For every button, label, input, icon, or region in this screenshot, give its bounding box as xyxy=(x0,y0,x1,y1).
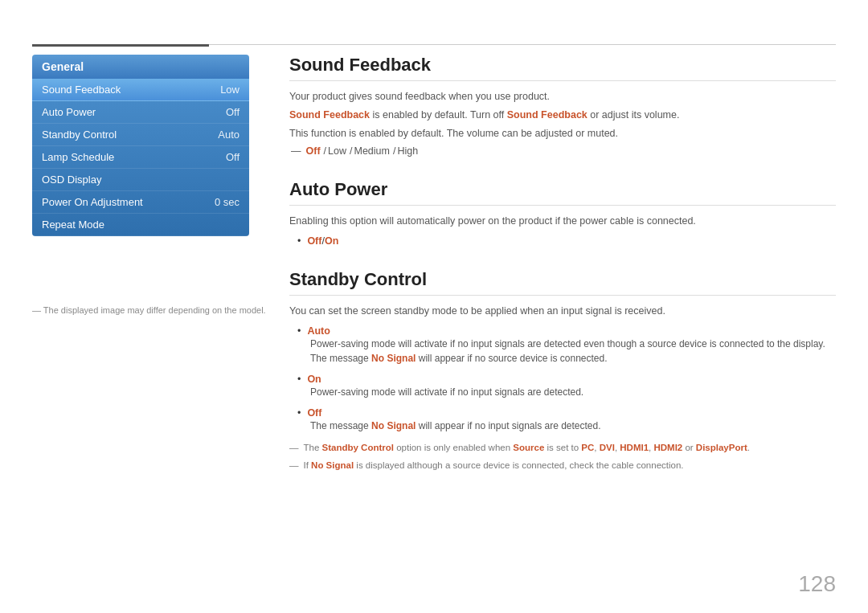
sidebar-item-label-auto-power: Auto Power xyxy=(42,106,96,118)
sidebar-item-repeat-mode[interactable]: Repeat Mode xyxy=(32,214,249,236)
section-standby-control: Standby Control You can set the screen s… xyxy=(289,269,836,472)
sidebar-item-label-standby-control: Standby Control xyxy=(42,129,117,141)
standby-bullet-off: Off The message No Signal will appear if… xyxy=(297,407,836,433)
sidebar-item-label-osd-display: OSD Display xyxy=(42,174,101,186)
sidebar-item-auto-power[interactable]: Auto Power Off xyxy=(32,101,249,124)
sound-feedback-highlight2: Sound Feedback xyxy=(507,109,588,121)
standby-auto-body: Power-saving mode will activate if no in… xyxy=(310,337,836,366)
auto-power-bullet-off: Off / On xyxy=(297,235,836,247)
sidebar-item-label-repeat-mode: Repeat Mode xyxy=(42,219,104,231)
standby-note2: If No Signal is displayed although a sou… xyxy=(289,459,836,472)
sidebar-item-value-auto-power: Off xyxy=(226,106,240,118)
standby-on-name: On xyxy=(307,374,321,385)
sound-feedback-options: Off / Low / Medium / High xyxy=(289,145,836,157)
auto-power-bullet-off-header: Off / On xyxy=(297,235,836,247)
sidebar-item-label-lamp-schedule: Lamp Schedule xyxy=(42,151,114,163)
sound-feedback-desc2: Sound Feedback is enabled by default. Tu… xyxy=(289,108,836,123)
standby-note1: The Standby Control option is only enabl… xyxy=(289,441,836,454)
sound-feedback-opt-low: Low xyxy=(328,145,346,157)
sidebar-item-osd-display[interactable]: OSD Display xyxy=(32,169,249,191)
section-title-auto-power: Auto Power xyxy=(289,179,836,206)
standby-off-no-signal: No Signal xyxy=(371,420,416,431)
standby-bullet-on: On Power-saving mode will activate if no… xyxy=(297,374,836,399)
sidebar-item-label-sound-feedback: Sound Feedback xyxy=(42,84,121,96)
standby-auto-no-signal: No Signal xyxy=(371,353,416,364)
sidebar-item-value-lamp-schedule: Off xyxy=(226,151,240,163)
standby-on-body: Power-saving mode will activate if no in… xyxy=(310,385,836,399)
sidebar-item-lamp-schedule[interactable]: Lamp Schedule Off xyxy=(32,146,249,169)
sound-feedback-highlight1: Sound Feedback xyxy=(289,109,370,121)
sound-feedback-text1: is enabled by default. Turn off xyxy=(373,109,507,121)
standby-off-body: The message No Signal will appear if no … xyxy=(310,419,836,433)
sidebar-item-value-sound-feedback: Low xyxy=(220,84,240,96)
standby-auto-name: Auto xyxy=(307,325,330,337)
sidebar-panel: General Sound Feedback Low Auto Power Of… xyxy=(32,55,249,236)
section-title-standby-control: Standby Control xyxy=(289,269,836,296)
sidebar-note: ― The displayed image may differ dependi… xyxy=(32,305,266,315)
standby-bullet-off-header: Off xyxy=(297,407,836,419)
sidebar-item-standby-control[interactable]: Standby Control Auto xyxy=(32,124,249,146)
auto-power-desc1: Enabling this option will automatically … xyxy=(289,214,836,229)
standby-bullet-on-header: On xyxy=(297,374,836,385)
sound-feedback-desc3: This function is enabled by default. The… xyxy=(289,126,836,141)
top-bar-accent xyxy=(32,44,209,47)
section-auto-power: Auto Power Enabling this option will aut… xyxy=(289,179,836,247)
sound-feedback-opt-high: High xyxy=(397,145,418,157)
standby-desc1: You can set the screen standby mode to b… xyxy=(289,304,836,319)
auto-power-on-name: On xyxy=(325,235,338,247)
main-content: Sound Feedback Your product gives sound … xyxy=(289,55,836,581)
page-number: 128 xyxy=(798,571,836,597)
sidebar-items-list: Sound Feedback Low Auto Power Off Standb… xyxy=(32,79,249,236)
sidebar-item-label-power-on-adjustment: Power On Adjustment xyxy=(42,196,143,208)
sidebar-item-value-standby-control: Auto xyxy=(218,129,240,141)
sidebar-item-sound-feedback[interactable]: Sound Feedback Low xyxy=(32,79,249,101)
standby-bullets: Auto Power-saving mode will activate if … xyxy=(289,325,836,433)
standby-bullet-auto: Auto Power-saving mode will activate if … xyxy=(297,325,836,366)
sidebar-item-power-on-adjustment[interactable]: Power On Adjustment 0 sec xyxy=(32,191,249,214)
sidebar-header: General xyxy=(32,55,249,79)
standby-off-name: Off xyxy=(307,407,321,419)
sound-feedback-opt-medium: Medium xyxy=(354,145,389,157)
sound-feedback-opt-off: Off xyxy=(306,145,321,157)
sidebar-item-value-power-on-adjustment: 0 sec xyxy=(215,196,240,208)
standby-note2-text: If No Signal is displayed although a sou… xyxy=(304,459,684,472)
section-sound-feedback: Sound Feedback Your product gives sound … xyxy=(289,55,836,157)
standby-note1-text: The Standby Control option is only enabl… xyxy=(304,441,750,454)
standby-bullet-auto-header: Auto xyxy=(297,325,836,337)
auto-power-bullets: Off / On xyxy=(289,235,836,247)
sound-feedback-desc1: Your product gives sound feedback when y… xyxy=(289,89,836,104)
auto-power-off-name: Off xyxy=(307,235,321,247)
sound-feedback-text2: or adjust its volume. xyxy=(590,109,679,121)
section-title-sound-feedback: Sound Feedback xyxy=(289,55,836,81)
